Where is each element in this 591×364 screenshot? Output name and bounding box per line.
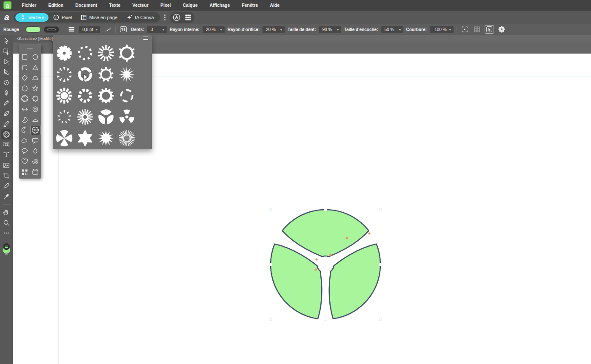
param-select-courbure[interactable]: -100 % [430, 26, 454, 33]
persona-ia-canva[interactable]: IA Canva [122, 13, 158, 22]
text-tool[interactable] [1, 150, 11, 160]
donut-tool[interactable] [30, 104, 41, 114]
dashed-ring-preset[interactable] [74, 43, 95, 64]
param-select-rayoninterne[interactable]: 20 % [203, 26, 225, 33]
move-tool[interactable] [1, 36, 11, 46]
frame-tool[interactable] [1, 160, 11, 171]
pinwheel-4-preset[interactable] [54, 128, 74, 149]
more-options-icon[interactable] [164, 14, 166, 20]
custom-shape-tool[interactable] [30, 167, 41, 177]
menu-aide[interactable]: Aide [264, 0, 286, 11]
callout-ellipse-tool[interactable] [20, 146, 30, 156]
paint-brush-tool[interactable] [1, 119, 11, 129]
node-tool[interactable] [1, 57, 11, 67]
pen-tool[interactable] [1, 88, 11, 98]
addons-grid-icon[interactable] [184, 14, 192, 21]
sun-spiky-preset[interactable] [95, 128, 116, 149]
cog-ring-preset[interactable] [95, 64, 116, 85]
fan-3-preset[interactable] [95, 106, 116, 128]
persona-vecteur[interactable]: Vecteur [15, 13, 49, 22]
star-6-preset[interactable] [74, 128, 95, 149]
presets-menu-icon[interactable] [143, 36, 148, 40]
star-tool[interactable] [30, 83, 41, 94]
flyout-drag-handle[interactable] [27, 48, 33, 49]
menu-fenêtre[interactable]: Fenêtre [236, 0, 264, 11]
trefoil-preset[interactable] [116, 106, 137, 128]
triangle-tool[interactable] [30, 63, 41, 73]
cog-tool[interactable] [30, 125, 41, 135]
crescent-tool[interactable] [20, 125, 30, 135]
menu-edition[interactable]: Edition [42, 0, 69, 11]
triangle-teeth-ring-preset[interactable] [54, 64, 74, 85]
cloud-tool[interactable] [20, 136, 30, 146]
segment-tool[interactable] [30, 115, 41, 125]
persona-label: Vecteur [29, 15, 44, 20]
double-star-tool[interactable] [30, 94, 41, 104]
dot-ring-preset[interactable] [54, 106, 74, 128]
heart-tool[interactable] [20, 156, 30, 167]
fill-color-swatch[interactable] [26, 26, 41, 33]
menu-affichage[interactable]: Affichage [204, 0, 236, 11]
persona-mise-en-page[interactable]: Mise en page [76, 13, 122, 22]
trapezoid-tool[interactable] [30, 73, 41, 83]
style-tool[interactable] [1, 181, 11, 191]
menu-document[interactable]: Document [69, 0, 103, 11]
rectangle-tool[interactable] [20, 52, 30, 62]
menu-vecteur[interactable]: Vecteur [126, 0, 154, 11]
rounded-rectangle-tool[interactable] [20, 63, 30, 73]
star-12-preset[interactable] [116, 64, 137, 85]
pie-tool[interactable] [20, 115, 30, 125]
stroke-style-icon[interactable] [67, 25, 76, 34]
tick-burst-preset[interactable] [95, 43, 116, 64]
stroke-pressure-icon[interactable] [103, 25, 112, 34]
pan-tool[interactable] [1, 207, 11, 217]
cog-tool[interactable] [1, 129, 11, 139]
tear-tool[interactable] [30, 146, 41, 156]
edit-on-select-icon[interactable] [485, 25, 494, 34]
settings-gear-icon[interactable] [497, 25, 506, 34]
contour-tool[interactable] [1, 67, 11, 77]
qr-code-tool[interactable] [20, 167, 30, 177]
param-select-taillededent[interactable]: 90 % [319, 26, 341, 33]
cog-solid-preset[interactable] [54, 43, 74, 64]
cog-burst-tool[interactable] [20, 94, 30, 104]
more-tools[interactable] [1, 228, 11, 238]
spiral-tool[interactable] [30, 156, 41, 167]
sparse-dash-ring-preset[interactable] [116, 85, 137, 106]
polygon-tool[interactable] [20, 83, 30, 94]
toggle-ui-icon[interactable] [172, 13, 181, 22]
ray-burst-preset[interactable] [116, 128, 137, 149]
transparency-tool[interactable] [1, 139, 11, 150]
color-picker-tool[interactable] [1, 191, 11, 202]
sun-thick-preset[interactable] [54, 85, 74, 106]
persona-pixel[interactable]: Pixel [49, 13, 76, 22]
selection-brush-tool[interactable] [1, 77, 11, 88]
diamond-tool[interactable] [20, 73, 30, 83]
double-arrow-tool[interactable] [20, 104, 30, 114]
stroke-width-select[interactable]: 0,8 pt [79, 26, 100, 33]
menu-fichier[interactable]: Fichier [16, 0, 42, 11]
zoom-tool[interactable] [1, 218, 11, 228]
tooth-ring-preset[interactable] [95, 85, 116, 106]
param-select-rayondorifice[interactable]: 20 % [263, 26, 285, 33]
arc-trio-preset[interactable] [74, 64, 95, 85]
param-select-dents[interactable]: 3 [147, 26, 167, 33]
stroke-color-swatch[interactable] [44, 26, 59, 33]
menu-calque[interactable]: Calque [177, 0, 204, 11]
dash-ring-thick-preset[interactable] [74, 85, 95, 106]
spoke-wheel-preset[interactable] [74, 106, 95, 128]
pencil-tool[interactable] [1, 98, 11, 108]
fill-stroke-color-selector[interactable] [1, 242, 11, 256]
vector-brush-tool[interactable] [1, 108, 11, 119]
param-select-tailledencoche[interactable]: 50 % [381, 26, 403, 33]
menu-texte[interactable]: Texte [103, 0, 126, 11]
pixel-grid-icon[interactable] [472, 25, 482, 34]
menu-pixel[interactable]: Pixel [154, 0, 177, 11]
stroke-panel-icon[interactable] [119, 25, 128, 34]
ellipse-tool[interactable] [30, 52, 41, 62]
selection-box-tool[interactable] [1, 46, 11, 57]
hex-ring-preset[interactable] [116, 43, 137, 64]
callout-rectangle-tool[interactable] [30, 136, 41, 146]
snap-to-shape-icon[interactable] [460, 25, 469, 34]
crop-tool[interactable] [1, 171, 11, 181]
